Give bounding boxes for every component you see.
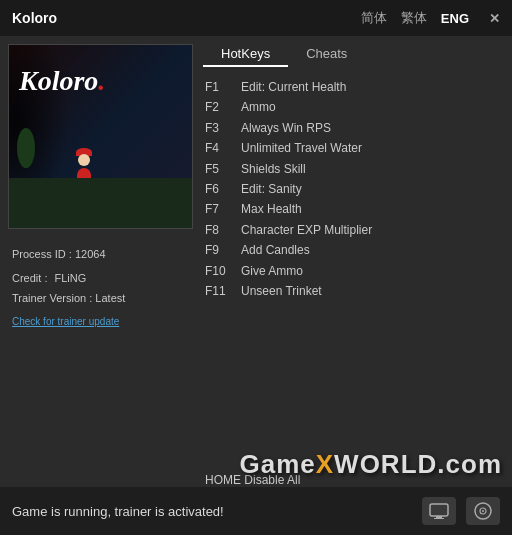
cheat-desc: Max Health xyxy=(241,199,302,219)
lang-english[interactable]: ENG xyxy=(441,11,469,26)
cheat-desc: Unseen Trinket xyxy=(241,281,322,301)
cheats-list: F1Edit: Current HealthF2AmmoF3Always Win… xyxy=(203,75,504,463)
info-panel: Process ID : 12064 Credit : FLiNG Traine… xyxy=(0,237,195,344)
cheat-key: F4 xyxy=(205,138,241,158)
monitor-icon xyxy=(429,503,449,519)
cheat-desc: Character EXP Multiplier xyxy=(241,220,372,240)
process-id: Process ID : 12064 xyxy=(12,245,183,265)
cheat-desc: Shields Skill xyxy=(241,159,306,179)
cheat-desc: Edit: Current Health xyxy=(241,77,346,97)
cheat-key: F8 xyxy=(205,220,241,240)
language-selector: 简体 繁体 ENG ✕ xyxy=(361,9,500,27)
cheat-desc: Give Ammo xyxy=(241,261,303,281)
cheat-key: F11 xyxy=(205,281,241,301)
trainer-version: Trainer Version : Latest xyxy=(12,289,183,309)
cheat-desc: Add Candles xyxy=(241,240,310,260)
svg-rect-1 xyxy=(436,516,442,518)
cheat-key: F2 xyxy=(205,97,241,117)
status-bar: Game is running, trainer is activated! xyxy=(0,487,512,535)
tabs: HotKeys Cheats xyxy=(203,42,504,67)
cheat-desc: Unlimited Travel Water xyxy=(241,138,362,158)
cheat-row: F9Add Candles xyxy=(203,240,504,260)
monitor-icon-button[interactable] xyxy=(422,497,456,525)
cheat-desc: Always Win RPS xyxy=(241,118,331,138)
app-title: Koloro xyxy=(12,10,57,26)
close-button[interactable]: ✕ xyxy=(489,11,500,26)
game-logo: Koloro. xyxy=(19,65,105,97)
cheat-row: F10Give Ammo xyxy=(203,261,504,281)
tab-cheats[interactable]: Cheats xyxy=(288,42,365,67)
cheat-key: F6 xyxy=(205,179,241,199)
left-panel: Koloro. Process ID : 12064 Credit : FLiN… xyxy=(0,36,195,487)
cheat-key: F1 xyxy=(205,77,241,97)
music-icon xyxy=(474,502,492,520)
music-icon-button[interactable] xyxy=(466,497,500,525)
cheat-key: F10 xyxy=(205,261,241,281)
cheat-desc: Edit: Sanity xyxy=(241,179,302,199)
cheat-row: F2Ammo xyxy=(203,97,504,117)
main-content: Koloro. Process ID : 12064 Credit : FLiN… xyxy=(0,36,512,487)
game-image: Koloro. xyxy=(8,44,193,229)
status-message: Game is running, trainer is activated! xyxy=(12,504,224,519)
disable-all: HOME Disable All xyxy=(203,473,504,487)
svg-point-5 xyxy=(482,510,484,512)
cheat-row: F1Edit: Current Health xyxy=(203,77,504,97)
credit-label: Credit : FLiNG xyxy=(12,269,183,289)
cheat-row: F3Always Win RPS xyxy=(203,118,504,138)
cheat-row: F11Unseen Trinket xyxy=(203,281,504,301)
update-link[interactable]: Check for trainer update xyxy=(12,316,119,327)
cheat-key: F5 xyxy=(205,159,241,179)
svg-rect-2 xyxy=(434,518,444,519)
svg-rect-0 xyxy=(430,504,448,516)
cheat-row: F6Edit: Sanity xyxy=(203,179,504,199)
right-panel: HotKeys Cheats F1Edit: Current HealthF2A… xyxy=(195,36,512,487)
lang-traditional[interactable]: 繁体 xyxy=(401,9,427,27)
cheat-key: F3 xyxy=(205,118,241,138)
cheat-desc: Ammo xyxy=(241,97,276,117)
title-bar: Koloro 简体 繁体 ENG ✕ xyxy=(0,0,512,36)
cheat-key: F7 xyxy=(205,199,241,219)
cheat-row: F8Character EXP Multiplier xyxy=(203,220,504,240)
tab-hotkeys[interactable]: HotKeys xyxy=(203,42,288,67)
cheat-key: F9 xyxy=(205,240,241,260)
status-icons xyxy=(422,497,500,525)
cheat-row: F7Max Health xyxy=(203,199,504,219)
lang-simplified[interactable]: 简体 xyxy=(361,9,387,27)
cheat-row: F5Shields Skill xyxy=(203,159,504,179)
cheat-row: F4Unlimited Travel Water xyxy=(203,138,504,158)
